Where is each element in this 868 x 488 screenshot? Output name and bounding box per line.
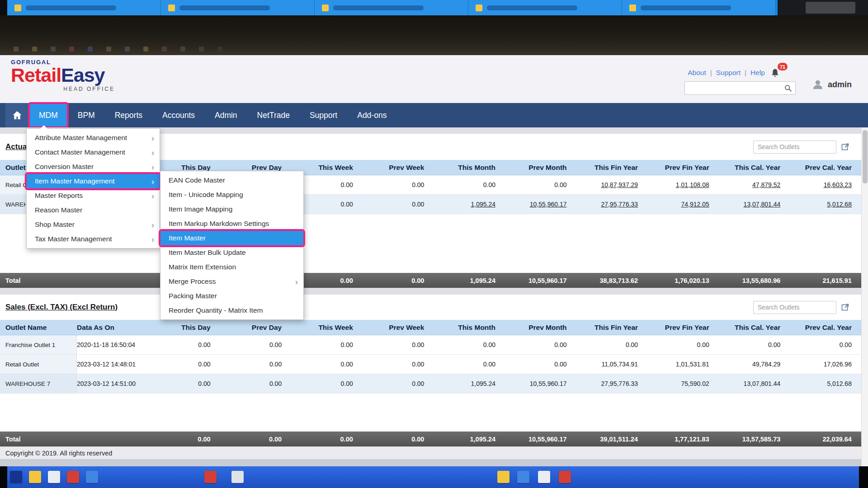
drilldown-value[interactable]: 1,095.24 <box>429 201 501 208</box>
menu-item-packing-master[interactable]: Packing Master <box>160 289 303 303</box>
total-value-cell: 13,55,680.96 <box>715 277 786 284</box>
menu-item-reorder-quantity-matrix-item[interactable]: Reorder Quantity - Matrix Item <box>160 303 303 318</box>
column-header: This Week <box>287 164 359 172</box>
value-cell: 0.00 <box>501 361 572 368</box>
nav-item-support[interactable]: Support <box>300 103 347 127</box>
global-search-input[interactable] <box>685 82 784 94</box>
user-menu[interactable]: admin <box>811 78 852 91</box>
item-master-submenu: EAN Code MasterItem - Unicode MappingIte… <box>160 171 304 320</box>
nav-item-admin[interactable]: Admin <box>205 103 247 127</box>
value-cell: 0.00 <box>287 341 359 348</box>
drilldown-value[interactable]: 5,012.68 <box>786 201 857 208</box>
menu-item-reason-master[interactable]: Reason Master <box>27 203 160 217</box>
browser-tab[interactable] <box>315 0 468 15</box>
popout-icon[interactable] <box>841 303 850 312</box>
value-cell: 27,95,776.33 <box>572 380 644 387</box>
menu-item-contact-master-management[interactable]: Contact Master Management› <box>27 145 160 160</box>
nav-item-bpm[interactable]: BPM <box>68 103 105 127</box>
vertical-scrollbar[interactable] <box>861 127 868 466</box>
scrollbar-thumb[interactable] <box>863 130 868 183</box>
taskbar-icon[interactable] <box>204 471 217 483</box>
taskbar-icon[interactable] <box>497 471 509 483</box>
tab-favicon <box>14 5 21 11</box>
value-cell: 0.00 <box>715 341 786 348</box>
total-value-cell: 0.00 <box>145 436 216 443</box>
value-cell: 5,012.68 <box>786 380 857 387</box>
value-cell: 0.00 <box>145 361 216 368</box>
page-bottom-strip <box>0 459 868 466</box>
menu-item-item-image-mapping[interactable]: Item Image Mapping <box>160 202 303 216</box>
drilldown-value[interactable]: 74,912.05 <box>643 201 715 208</box>
total-label: Total <box>0 277 145 284</box>
taskbar-icon[interactable] <box>48 471 60 483</box>
header-link-help[interactable]: Help <box>750 69 765 77</box>
drilldown-value[interactable]: 10,55,960.17 <box>501 201 572 208</box>
menu-item-item-markup-markdown-settings[interactable]: Item Markup Markdown Settings <box>160 216 303 231</box>
section-title: Actual <box>5 142 29 151</box>
menu-item-item-unicode-mapping[interactable]: Item - Unicode Mapping <box>160 188 303 202</box>
browser-tab[interactable] <box>7 0 161 15</box>
column-header: This Cal. Year <box>715 324 786 332</box>
taskbar-icon[interactable] <box>86 471 98 483</box>
outlet-search-input[interactable] <box>753 301 836 314</box>
menu-item-item-master-management[interactable]: Item Master Management› <box>27 174 160 188</box>
drilldown-value[interactable]: 47,879.52 <box>715 181 786 188</box>
head-office-label: HEAD OFFICE <box>11 86 115 92</box>
taskbar-icon[interactable] <box>29 471 41 483</box>
column-header: This Fin Year <box>572 324 644 332</box>
taskbar-icon[interactable] <box>559 471 571 483</box>
mdm-dropdown-menu: Attribute Master Management›Contact Mast… <box>26 128 160 249</box>
chevron-right-icon: › <box>151 192 154 200</box>
menu-item-conversion-master[interactable]: Conversion Master› <box>27 160 160 174</box>
drilldown-value[interactable]: 10,87,937.29 <box>572 181 644 188</box>
nav-item-reports[interactable]: Reports <box>105 103 152 127</box>
data-as-on-cell: 2020-11-18 16:50:04 <box>77 341 145 348</box>
column-header: Prev Month <box>501 164 572 172</box>
link-separator: | <box>710 69 712 77</box>
menu-item-attribute-master-management[interactable]: Attribute Master Management› <box>27 131 160 145</box>
outlet-search-input[interactable] <box>753 141 836 154</box>
value-cell: 0.00 <box>429 341 501 348</box>
chevron-right-icon: › <box>151 134 154 142</box>
menu-item-tax-master-management[interactable]: Tax Master Management› <box>27 232 160 246</box>
menu-item-item-master[interactable]: Item Master <box>160 231 303 245</box>
nav-home-button[interactable] <box>5 103 29 127</box>
column-header: This Month <box>429 164 501 172</box>
column-header: This Day <box>145 324 216 332</box>
window-controls[interactable] <box>806 2 855 14</box>
nav-item-nettrade[interactable]: NetTrade <box>247 103 300 127</box>
menu-item-shop-master[interactable]: Shop Master› <box>27 217 160 232</box>
notification-badge: 71 <box>778 63 788 70</box>
drilldown-value[interactable]: 1,01,108.08 <box>643 181 715 188</box>
taskbar-icon[interactable] <box>10 471 22 483</box>
header-link-support[interactable]: Support <box>716 69 741 77</box>
value-cell: 0.00 <box>145 380 216 387</box>
taskbar-icon[interactable] <box>517 471 529 483</box>
browser-tab[interactable] <box>161 0 315 15</box>
popout-icon[interactable] <box>841 142 850 151</box>
nav-item-add-ons[interactable]: Add-ons <box>347 103 396 127</box>
nav-item-accounts[interactable]: Accounts <box>152 103 205 127</box>
menu-item-master-reports[interactable]: Master Reports› <box>27 188 160 203</box>
taskbar-icon[interactable] <box>67 471 79 483</box>
bookmark-icon <box>125 47 130 52</box>
menu-item-item-master-bulk-update[interactable]: Item Master Bulk Update <box>160 245 303 260</box>
drilldown-value[interactable]: 27,95,776.33 <box>572 201 644 208</box>
browser-tab[interactable] <box>468 0 622 15</box>
menu-item-matrix-item-extension[interactable]: Matrix Item Extension <box>160 260 303 274</box>
header-links: About|Support|Help <box>688 69 765 77</box>
value-cell: 10,55,960.17 <box>501 380 572 387</box>
header-link-about[interactable]: About <box>688 69 706 77</box>
browser-tab[interactable] <box>622 0 776 15</box>
drilldown-value[interactable]: 16,603.23 <box>786 181 857 188</box>
menu-item-merge-process[interactable]: Merge Process› <box>160 274 303 289</box>
drilldown-value[interactable]: 13,07,801.44 <box>715 201 786 208</box>
nav-item-mdm[interactable]: MDM <box>29 103 68 127</box>
browser-tab-bar <box>0 0 868 15</box>
value-cell: 75,590.02 <box>643 380 715 387</box>
taskbar-icon[interactable] <box>231 471 244 483</box>
total-value-cell: 1,77,121.83 <box>643 436 715 443</box>
menu-item-ean-code-master[interactable]: EAN Code Master <box>160 173 303 188</box>
notifications-bell[interactable]: 71 <box>770 68 782 80</box>
taskbar-icon[interactable] <box>538 471 550 483</box>
